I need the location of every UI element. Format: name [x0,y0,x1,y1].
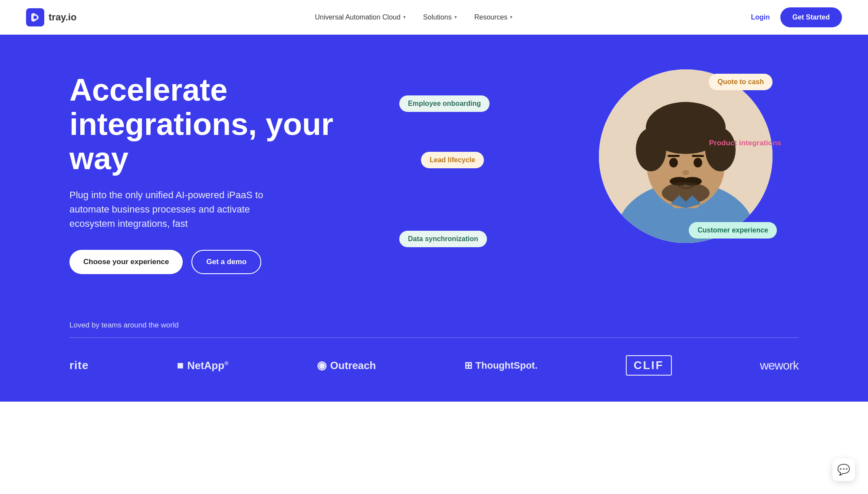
bubble-employee-onboarding: Employee onboarding [399,95,490,112]
nav-right: Login Get Started [751,7,842,27]
netapp-text: NetApp® [187,360,229,372]
chat-widget-button[interactable]: 💬 [832,458,855,481]
nav-item-resources[interactable]: Resources ▾ [474,13,513,21]
bubble-customer-experience: Customer experience [689,222,777,239]
get-started-button[interactable]: Get Started [780,7,842,27]
clif-text: CLIF [634,359,664,372]
hero-content: Accelerate integrations, your way Plug i… [69,73,365,275]
logo-thoughtspot: ⊞ ThoughtSpot. [464,360,538,371]
nav-item-automation-label: Universal Automation Cloud [315,13,400,21]
hero-title: Accelerate integrations, your way [69,73,365,176]
outreach-text: Outreach [330,360,376,372]
svg-rect-11 [667,155,680,157]
wework-text: wework [760,359,799,373]
bubble-lead-lifecycle: Lead lifecycle [421,152,484,168]
thoughtspot-icon: ⊞ [464,360,472,371]
rite-logo-text: rite [69,359,89,372]
svg-point-10 [694,158,702,167]
choose-experience-button[interactable]: Choose your experience [69,250,183,274]
netapp-icon: ■ [177,359,184,372]
nav-item-resources-label: Resources [474,13,507,21]
logo-wework: wework [760,359,799,373]
hero-buttons: Choose your experience Get a demo [69,250,365,274]
nav-item-solutions[interactable]: Solutions ▾ [423,13,457,21]
svg-point-13 [682,170,689,175]
get-demo-button[interactable]: Get a demo [191,250,261,274]
hero-visual: Employee onboarding Lead lifecycle Data … [365,61,799,286]
chat-icon: 💬 [837,464,850,476]
nav-center: Universal Automation Cloud ▾ Solutions ▾… [315,13,513,21]
hero-subtitle: Plug into the only unified AI-powered iP… [69,188,295,231]
person-image [599,69,773,243]
hero-section: Accelerate integrations, your way Plug i… [0,35,868,312]
person-avatar-svg [599,69,773,243]
logo-text: tray.io [49,12,76,23]
chevron-down-icon: ▾ [454,14,457,20]
bubble-product-integrations: Product integrations [700,134,790,152]
bubble-quote-to-cash: Quote to cash [709,74,773,90]
svg-point-7 [636,128,666,171]
bubble-data-synchronization: Data synchronization [399,231,487,247]
svg-point-1 [33,16,37,19]
svg-point-9 [669,158,678,167]
logo-rite: rite [69,359,89,372]
logo-outreach: ◉ Outreach [317,359,376,372]
logo-clif: CLIF [626,355,672,376]
tray-logo-icon [26,8,44,26]
trusted-label: Loved by teams around the world [69,321,799,330]
logos-row: rite ■ NetApp® ◉ Outreach ⊞ ThoughtSpot.… [69,355,799,376]
svg-rect-12 [692,155,704,157]
logo[interactable]: tray.io [26,8,76,26]
outreach-icon: ◉ [317,359,327,372]
thoughtspot-text: ThoughtSpot. [476,360,538,371]
login-button[interactable]: Login [751,13,770,21]
logo-netapp: ■ NetApp® [177,359,229,372]
svg-point-16 [662,182,710,204]
navbar: tray.io Universal Automation Cloud ▾ Sol… [0,0,868,35]
nav-item-automation[interactable]: Universal Automation Cloud ▾ [315,13,405,21]
chevron-down-icon: ▾ [510,14,513,20]
trusted-section: Loved by teams around the world rite ■ N… [0,312,868,402]
nav-item-solutions-label: Solutions [423,13,452,21]
chevron-down-icon: ▾ [403,14,406,20]
trusted-divider [69,337,799,338]
